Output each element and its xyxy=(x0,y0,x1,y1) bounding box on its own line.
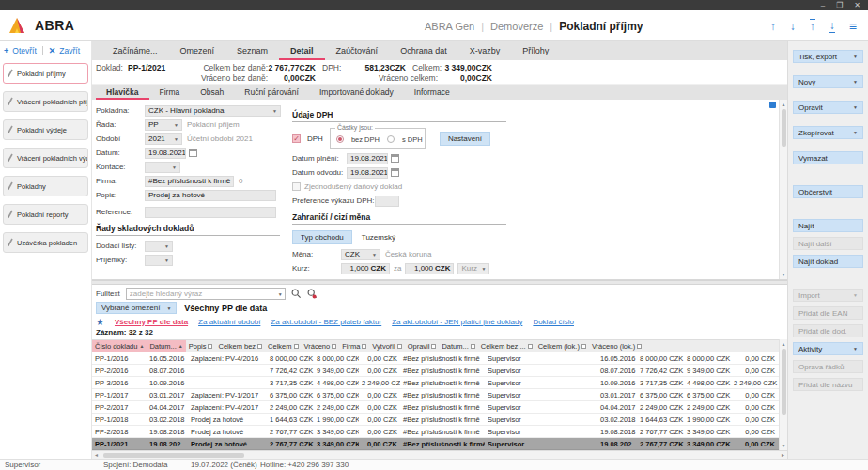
table-header-cell[interactable]: Celkem xyxy=(265,340,301,352)
table-row[interactable]: PP-2/2017 04.04.2017 Zaplacení: PV-4/201… xyxy=(92,401,779,414)
last-record-icon[interactable]: ↓ xyxy=(829,19,835,33)
main-tab[interactable]: Seznam xyxy=(225,41,279,60)
filter-icon[interactable] xyxy=(208,344,212,349)
filter-icon[interactable] xyxy=(257,344,262,349)
sidebar-item[interactable]: Pokladní výdeje xyxy=(3,119,88,140)
scroll-left-icon[interactable]: ◄ xyxy=(92,452,101,458)
scroll-down-icon[interactable]: ▼ xyxy=(782,441,786,450)
detail-tab[interactable]: Hlavička xyxy=(96,85,149,100)
action-button[interactable]: Přidat dle dod. xyxy=(793,324,863,337)
prijemky-select[interactable]: ▼ xyxy=(145,255,173,266)
bez-dph-radio[interactable] xyxy=(336,135,344,143)
kurz-input-1[interactable]: 1,000CZK xyxy=(341,263,390,274)
search-icon[interactable] xyxy=(291,289,302,299)
panel-pin-icon[interactable] xyxy=(769,102,776,108)
filter-icon[interactable] xyxy=(581,344,586,349)
filter-icon[interactable] xyxy=(332,344,336,349)
filter-icon[interactable] xyxy=(637,344,642,349)
mena-select[interactable]: CZK▼ xyxy=(341,249,380,260)
table-header-cell[interactable]: Celkem bez ... xyxy=(478,340,535,352)
detail-tab[interactable]: Obsah xyxy=(190,85,234,100)
prev-record-icon[interactable]: ↑ xyxy=(770,20,776,33)
nastaveni-button[interactable]: Nastavení xyxy=(440,132,490,146)
detail-tab[interactable]: Importované doklady xyxy=(309,85,404,100)
action-button[interactable]: Opravit ▼ xyxy=(793,101,863,114)
detail-tab[interactable]: Informace xyxy=(404,85,460,100)
favorite-star-icon[interactable]: ★ xyxy=(96,317,104,327)
scrollbar-thumb[interactable] xyxy=(782,349,786,415)
kurz-type-select[interactable]: Kurz▼ xyxy=(457,263,489,274)
table-row[interactable]: PP-1/2016 16.05.2016 Zaplacení: PV-4/201… xyxy=(92,352,779,365)
table-header-cell[interactable]: Vráceno xyxy=(302,340,340,352)
filter-icon[interactable] xyxy=(294,344,299,349)
form-scrollbar[interactable]: ▲ ▼ xyxy=(779,100,787,279)
action-button[interactable]: Nový ▼ xyxy=(793,75,863,88)
action-button[interactable]: Tisk, export ▼ xyxy=(793,50,863,63)
window-close-icon[interactable]: ✕ xyxy=(854,2,860,9)
main-tab[interactable]: Začínáme... xyxy=(101,41,169,60)
dph-checkbox[interactable]: ✓ xyxy=(292,134,301,143)
pokladna-select[interactable]: CZK - Hlavní pokladna▼ xyxy=(145,105,281,117)
next-record-icon[interactable]: ↓ xyxy=(790,20,796,33)
main-tab[interactable]: Ochrana dat xyxy=(389,41,458,60)
datum-odvodu-input[interactable]: 19.08.2021 xyxy=(347,167,388,179)
table-row[interactable]: PP-1/2021 19.08.202 Prodej za hotové 2 7… xyxy=(92,438,779,450)
filtered-search-icon[interactable] xyxy=(307,289,318,299)
action-button[interactable]: Přidat dle názvu xyxy=(793,378,863,391)
omezeni-dropdown-button[interactable]: Vybrané omezení ▼ xyxy=(96,302,177,314)
filter-icon[interactable] xyxy=(528,344,533,349)
table-header-cell[interactable]: Popis xyxy=(186,340,216,352)
rada-select[interactable]: PP▼ xyxy=(145,119,182,131)
scroll-up-icon[interactable]: ▲ xyxy=(782,339,786,349)
typ-obchodu-button[interactable]: Typ obchodu xyxy=(292,230,352,244)
filter-icon[interactable] xyxy=(431,344,436,349)
table-header-cell[interactable]: Datum... ▲ xyxy=(147,340,185,352)
table-row[interactable]: PP-1/2018 03.02.2018 Prodej za hotové 1 … xyxy=(92,414,779,426)
reference-input[interactable] xyxy=(145,207,276,218)
table-row[interactable]: PP-2/2016 08.07.2016 7 726,42 CZK 9 349,… xyxy=(92,365,779,377)
table-row[interactable]: PP-3/2016 10.09.2016 3 717,35 CZK 4 498,… xyxy=(92,377,779,389)
preference-input[interactable] xyxy=(375,196,399,207)
filter-icon[interactable] xyxy=(471,344,475,349)
table-header-cell[interactable]: Firma xyxy=(339,340,369,352)
table-header-cell[interactable]: Celkem bez xyxy=(215,340,265,352)
detail-tab[interactable]: Ruční párování xyxy=(234,85,309,100)
scroll-up-icon[interactable]: ▲ xyxy=(782,100,786,109)
sidebar-item[interactable]: Uzávěrka pokladen xyxy=(3,232,88,253)
action-button[interactable]: Vymazat xyxy=(793,151,863,164)
sidebar-item[interactable]: Pokladny xyxy=(3,176,88,196)
menu-icon[interactable]: ≡ xyxy=(849,19,857,34)
first-record-icon[interactable]: ↑ xyxy=(810,19,815,33)
firma-select[interactable]: #Bez příslušnosti k firmě▼ xyxy=(145,176,234,187)
filter-link[interactable]: Doklad číslo xyxy=(533,318,574,326)
filter-link[interactable]: Všechny PP dle data xyxy=(115,318,188,326)
table-header-cell[interactable]: Vráceno (lok.) xyxy=(589,340,644,352)
action-button[interactable]: Najít xyxy=(793,219,863,232)
table-header-cell[interactable]: Datum... xyxy=(439,340,477,352)
table-header-cell[interactable]: Číslo dokladu ▲ xyxy=(92,340,147,352)
fulltext-input[interactable] xyxy=(126,288,286,300)
dropdown-icon[interactable]: ▼ xyxy=(278,291,283,297)
main-tab[interactable]: X-vazby xyxy=(458,41,512,60)
table-row[interactable]: PP-1/2017 03.01.2017 Zaplacení: PV-1/201… xyxy=(92,389,779,401)
table-header-cell[interactable]: Vytvořil xyxy=(369,340,404,352)
sidebar-item[interactable]: Pokladní příjmy xyxy=(3,63,88,84)
filter-link[interactable]: Za aktuální období xyxy=(198,318,260,326)
calendar-icon[interactable] xyxy=(391,154,399,163)
main-tab[interactable]: Omezení xyxy=(169,41,226,60)
calendar-icon[interactable] xyxy=(189,149,197,157)
scroll-right-icon[interactable]: ► xyxy=(779,452,787,458)
action-button[interactable]: Najít další xyxy=(793,237,863,250)
action-button[interactable]: Zkopírovat ▼ xyxy=(793,126,863,139)
filter-icon[interactable] xyxy=(397,344,402,349)
kurz-input-2[interactable]: 1,000CZK xyxy=(405,263,454,274)
main-tab[interactable]: Detail xyxy=(279,41,325,60)
s-dph-radio[interactable] xyxy=(387,135,395,143)
obdobi-select[interactable]: 2021▼ xyxy=(145,133,182,145)
detail-tab[interactable]: Firma xyxy=(149,85,191,100)
table-scrollbar[interactable]: ▲ ▼ xyxy=(779,339,787,450)
close-agenda-button[interactable]: Zavřít xyxy=(59,46,80,55)
popis-input[interactable]: Prodej za hotové xyxy=(145,190,276,201)
window-minimize-icon[interactable]: – xyxy=(821,2,825,9)
filter-icon[interactable] xyxy=(362,344,366,349)
